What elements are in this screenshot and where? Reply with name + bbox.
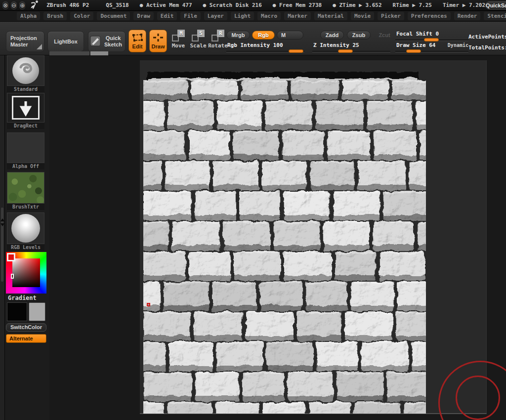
zcut-toggle-disabled: Zcut [374, 31, 395, 40]
menu-item-layer[interactable]: Layer [204, 12, 227, 20]
z-intensity-slider[interactable]: Z Intensity 25 [312, 42, 390, 53]
tray-scroll-strip[interactable] [90, 51, 108, 55]
zsub-toggle[interactable]: Zsub [347, 31, 371, 40]
current-alpha-thumbnail[interactable] [7, 132, 44, 163]
zadd-toggle[interactable]: Zadd [320, 31, 344, 40]
document-name: QS_3518 [106, 2, 128, 8]
points-readout: ActivePoints: TotalPoints: 1 [468, 32, 506, 53]
stroke-cursor-marker [147, 303, 150, 306]
saturation-value-square[interactable] [12, 258, 40, 287]
stroke-name-label: DragRect [7, 123, 44, 129]
scale-mode-button[interactable]: S Scale [189, 30, 208, 52]
selected-color-swatch [7, 253, 15, 261]
alternate-button[interactable]: Alternate [6, 334, 46, 343]
lightbox-button[interactable]: LightBox [47, 31, 84, 52]
mrgb-toggle[interactable]: Mrgb [226, 31, 250, 40]
menu-item-movie[interactable]: Movie [351, 12, 374, 20]
slider-handle[interactable] [424, 38, 439, 42]
menu-item-stencil[interactable]: Stencil [484, 12, 506, 20]
rgb-intensity-slider[interactable]: Rgb Intensity 100 [226, 42, 304, 53]
dragrect-icon [12, 96, 40, 120]
menu-item-macro[interactable]: Macro [257, 12, 281, 20]
tray-edge-strip [49, 51, 89, 55]
focal-shift-slider[interactable]: Focal Shift 0 [395, 31, 468, 42]
sculpt-brick-wall[interactable] [143, 72, 426, 414]
total-points-label: TotalPoints: 1 [468, 42, 506, 53]
dynamic-label[interactable]: Dynamic [448, 42, 468, 48]
stat-scratch-disk: ● Scratch Disk 216 [203, 2, 262, 8]
menu-item-edit[interactable]: Edit [157, 12, 177, 20]
active-points-label: ActivePoints: [468, 32, 506, 42]
menu-item-render[interactable]: Render [454, 12, 481, 20]
switch-color-button[interactable]: SwitchColor [6, 323, 46, 332]
zbrush-document-canvas[interactable] [140, 60, 487, 414]
current-texture-thumbnail[interactable] [7, 172, 44, 204]
draw-label: Draw [152, 43, 165, 49]
menu-item-document[interactable]: Document [97, 12, 130, 20]
rgb-intensity-value: 100 [273, 42, 283, 48]
maximize-window-icon[interactable]: ⊕ [19, 1, 25, 9]
slider-handle[interactable] [338, 49, 353, 53]
gradient-label[interactable]: Gradient [8, 294, 37, 301]
menu-item-picker[interactable]: Picker [378, 12, 404, 20]
menu-bar: AlphaBrushColorDocumentDrawEditFileLayer… [0, 11, 506, 22]
z-intensity-value: 25 [352, 42, 359, 48]
m-toggle[interactable]: M [277, 31, 303, 40]
current-brush-thumbnail[interactable] [7, 55, 44, 86]
menu-item-file[interactable]: File [180, 12, 201, 20]
scale-icon: S [192, 30, 205, 42]
menu-item-preferences[interactable]: Preferences [408, 12, 451, 20]
projection-master-button[interactable]: Projection Master [6, 31, 44, 52]
current-material-thumbnail[interactable] [7, 212, 44, 244]
menu-item-alpha[interactable]: Alpha [17, 12, 40, 20]
alpha-name-label: Alpha Off [7, 163, 44, 169]
pen-icon [90, 36, 101, 48]
color-cursor-icon[interactable] [11, 274, 14, 279]
rotate-label: Rotate [208, 42, 228, 49]
rotate-mode-button[interactable]: R Rotate [209, 30, 227, 52]
rgb-toggle-active[interactable]: Rgb [252, 31, 275, 40]
slider-handle[interactable] [289, 49, 303, 53]
secondary-color-swatch[interactable] [29, 302, 45, 321]
color-picker[interactable] [6, 252, 46, 294]
draw-size-value: 64 [429, 42, 435, 48]
edit-mode-button[interactable]: Edit [128, 30, 146, 52]
edit-label: Edit [132, 43, 143, 49]
title-bar: ⊗ ⊖ ⊕ ZBrush 4R6 P2 QS_3518 ● Active Mem… [0, 0, 506, 11]
draw-size-slider[interactable]: Draw Size 64 Dynamic [395, 42, 468, 53]
main-color-swatch[interactable] [7, 302, 27, 321]
canvas-background[interactable] [49, 55, 506, 420]
tray-toggle-up-icon[interactable] [0, 218, 4, 221]
menu-item-marker[interactable]: Marker [284, 12, 311, 20]
brush-sphere-icon [12, 57, 39, 84]
popup-fold-icon [37, 44, 42, 49]
zbrush-logo-icon [30, 0, 40, 10]
rotate-icon: R [211, 30, 224, 42]
focal-shift-value: 0 [435, 31, 439, 37]
quick-sketch-button[interactable]: Quick Sketch [88, 31, 126, 52]
menu-item-brush[interactable]: Brush [43, 12, 67, 20]
minimize-window-icon[interactable]: ⊖ [11, 1, 17, 9]
tray-divider[interactable] [0, 55, 5, 420]
menu-item-draw[interactable]: Draw [133, 12, 154, 20]
material-name-label: RGB Levels [7, 244, 44, 251]
stat-ztime: ● ZTime ▶ 3.652 [333, 2, 381, 8]
stat-timer: Timer ▶ 7.202 [443, 2, 485, 8]
move-mode-button[interactable]: M Move [169, 30, 188, 52]
transform-gizmo-icon [131, 33, 143, 43]
tray-toggle-down-icon[interactable] [0, 223, 4, 226]
z-intensity-label: Z Intensity [313, 42, 349, 48]
menu-item-color[interactable]: Color [70, 12, 93, 20]
close-window-icon[interactable]: ⊗ [2, 1, 8, 9]
draw-mode-button[interactable]: Draw [149, 30, 167, 52]
move-label: Move [172, 42, 185, 49]
slider-handle[interactable] [406, 49, 421, 53]
current-stroke-thumbnail[interactable] [7, 93, 44, 123]
quicksave-button[interactable]: QuickSave [485, 1, 506, 9]
quick-sketch-label: Quick Sketch [103, 35, 124, 48]
menu-item-material[interactable]: Material [314, 12, 347, 20]
stat-rtime: RTime ▶ 7.25 [393, 2, 432, 8]
menu-item-light[interactable]: Light [231, 12, 254, 20]
focal-shift-label: Focal Shift [396, 31, 432, 37]
draw-size-label: Draw Size [396, 42, 426, 48]
